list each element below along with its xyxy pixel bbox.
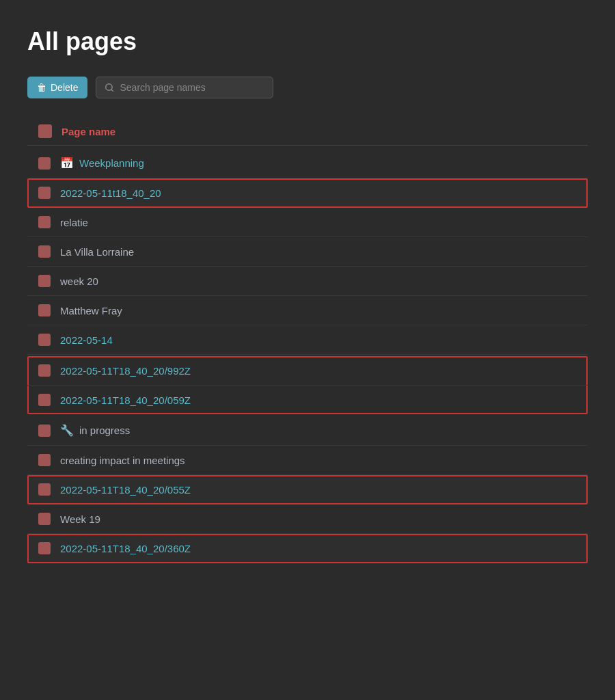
list-item[interactable]: 2022-05-14 bbox=[27, 325, 588, 355]
page-name: creating impact in meetings bbox=[60, 455, 185, 466]
search-wrapper bbox=[96, 77, 273, 98]
calendar-icon: 📅 bbox=[60, 157, 74, 170]
delete-button[interactable]: 🗑 Delete bbox=[27, 77, 87, 98]
row-checkbox[interactable] bbox=[38, 425, 51, 437]
list-item[interactable]: creating impact in meetings bbox=[27, 446, 588, 475]
list-item[interactable]: week 20 bbox=[27, 267, 588, 296]
page-name: 2022-05-11t18_40_20 bbox=[60, 187, 161, 199]
page-name: Matthew Fray bbox=[60, 305, 122, 317]
row-checkbox[interactable] bbox=[38, 513, 51, 525]
row-checkbox[interactable] bbox=[38, 364, 51, 377]
pages-table: Page name 📅 Weekplanning 2022-05-11t18_4… bbox=[27, 118, 588, 563]
page-name: Week 19 bbox=[60, 513, 100, 525]
column-header-page-name: Page name bbox=[62, 126, 115, 137]
list-item[interactable]: 2022-05-11T18_40_20/360Z bbox=[27, 534, 588, 563]
page-name: Weekplanning bbox=[79, 157, 144, 169]
page-name: 2022-05-11T18_40_20/992Z bbox=[60, 365, 191, 377]
row-checkbox[interactable] bbox=[38, 454, 51, 466]
list-item[interactable]: 🔧 in progress bbox=[27, 416, 588, 446]
list-item[interactable]: 2022-05-11t18_40_20 bbox=[27, 178, 588, 208]
page-name: 2022-05-11T18_40_20/360Z bbox=[60, 543, 191, 554]
page-title: All pages bbox=[27, 27, 588, 56]
page-name: week 20 bbox=[60, 275, 98, 287]
page-container: All pages 🗑 Delete Page name 📅 Weekplann… bbox=[0, 0, 615, 591]
list-item[interactable]: La Villa Lorraine bbox=[27, 237, 588, 267]
row-checkbox[interactable] bbox=[38, 394, 51, 406]
toolbar: 🗑 Delete bbox=[27, 77, 588, 98]
table-header: Page name bbox=[27, 118, 588, 146]
row-checkbox[interactable] bbox=[38, 216, 51, 228]
row-checkbox[interactable] bbox=[38, 483, 51, 496]
search-icon bbox=[105, 83, 114, 92]
list-item[interactable]: Matthew Fray bbox=[27, 296, 588, 325]
list-item[interactable]: 📅 Weekplanning bbox=[27, 148, 588, 178]
list-item[interactable]: Week 19 bbox=[27, 504, 588, 534]
row-checkbox[interactable] bbox=[38, 245, 51, 258]
list-item[interactable]: 2022-05-11T18_40_20/992Z bbox=[27, 356, 588, 386]
header-checkbox[interactable] bbox=[38, 124, 52, 138]
row-checkbox[interactable] bbox=[38, 157, 51, 170]
list-item[interactable]: relatie bbox=[27, 208, 588, 237]
page-name: 2022-05-11T18_40_20/055Z bbox=[60, 484, 191, 496]
list-item[interactable]: 2022-05-11T18_40_20/059Z bbox=[27, 386, 588, 414]
delete-label: Delete bbox=[51, 82, 78, 93]
page-name: 2022-05-11T18_40_20/059Z bbox=[60, 394, 191, 406]
search-input[interactable] bbox=[120, 82, 264, 93]
svg-line-1 bbox=[111, 90, 113, 92]
trash-icon: 🗑 bbox=[37, 82, 46, 93]
row-checkbox[interactable] bbox=[38, 187, 51, 199]
page-name: La Villa Lorraine bbox=[60, 246, 134, 258]
row-checkbox[interactable] bbox=[38, 304, 51, 317]
row-checkbox[interactable] bbox=[38, 542, 51, 554]
row-checkbox[interactable] bbox=[38, 334, 51, 346]
wrench-icon: 🔧 bbox=[60, 424, 74, 437]
row-checkbox[interactable] bbox=[38, 275, 51, 287]
selected-group: 2022-05-11T18_40_20/992Z 2022-05-11T18_4… bbox=[27, 356, 588, 414]
page-name: relatie bbox=[60, 217, 88, 228]
list-item[interactable]: 2022-05-11T18_40_20/055Z bbox=[27, 475, 588, 504]
page-name: 2022-05-14 bbox=[60, 334, 113, 346]
page-name: in progress bbox=[79, 425, 130, 436]
